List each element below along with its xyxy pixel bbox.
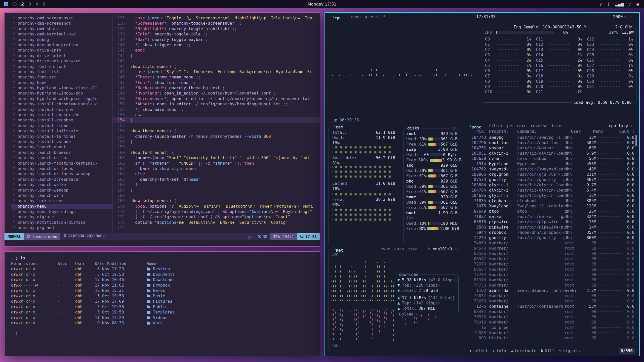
file-item[interactable]: *omarchy-lock-screen [11, 198, 112, 203]
proc-row[interactable]: 2944dropbox/home/dhh/.dropbox-distdhh357… [467, 230, 634, 235]
file-item[interactable]: *omarchy-cmd-screenshot [11, 21, 112, 26]
io-toggle[interactable]: io [450, 126, 458, 131]
file-item[interactable]: *omarchy-launch-editor [11, 155, 112, 160]
file-item[interactable]: *omarchy-drive-info [11, 48, 112, 53]
proc-row[interactable]: 12244ghostty/usr/bin/ghostty --gtk-dhh86… [467, 235, 634, 240]
proc-footer[interactable]: ↑select↓info↵terminatekKillssignals [468, 348, 581, 353]
file-item[interactable]: *omarchy-launch-browser [11, 150, 112, 155]
editor-window[interactable]: *omarchy-cmd-screensaver*omarchy-cmd-scr… [4, 12, 320, 247]
proc-row[interactable]: 1914HyprlandHyprlanddhh453M0.0 [467, 161, 634, 166]
file-item[interactable]: *omarchy-drive-select [11, 53, 112, 58]
proc-sort-mode[interactable]: ‹ cpu lazy › [602, 123, 634, 128]
proc-row[interactable]: 1162avahi-daavahi-daemon: running [avahi… [467, 288, 634, 293]
proc-row[interactable]: 2075XwaylandXwayland :1 -rootless -dhh11… [467, 203, 634, 209]
proc-row[interactable]: 94540kworker/root0B0.0 [467, 246, 634, 251]
scroll-up-icon[interactable]: ↑ [629, 129, 634, 134]
proc-row[interactable]: 16rcu_preeroot0B0.0 [467, 325, 634, 330]
proc-footer-select[interactable]: ↑select [469, 348, 488, 353]
file-item[interactable]: *omarchy-font-set [11, 74, 112, 80]
file-item[interactable]: *omarchy-hook [11, 80, 112, 85]
file-item[interactable]: *omarchy-launch-about [11, 144, 112, 150]
cpu-box-title[interactable]: 1cpu [331, 14, 343, 21]
file-item[interactable]: *omarchy-drive-set-password [11, 58, 112, 64]
file-item[interactable]: *omarchy-menu-keybindings [11, 209, 112, 214]
proc-row[interactable]: 87573ghostty/usr/bin/ghostty --gtk-dhh36… [467, 177, 634, 182]
proc-options[interactable]: filterper-corereversetree [487, 123, 563, 128]
file-item[interactable]: *omarchy-hyprland-window-pop [11, 90, 112, 96]
proc-box-title[interactable]: 4proc [468, 123, 483, 130]
file-item[interactable]: *omarchy-launch-or-focus-webapp [11, 171, 112, 176]
proc-row[interactable]: 104784glycin-i/usr/lib/glycin-loadersdhh… [467, 188, 634, 193]
mem-box-title[interactable]: 2mem [332, 123, 345, 130]
proc-row[interactable]: 1275containe/usr/bin/containerdroot53M0.… [467, 304, 634, 309]
file-item[interactable]: *omarchy-dev-add-migration [11, 42, 112, 48]
proc-row[interactable]: 803btrfs-trroot0B0.0 [467, 335, 634, 341]
file-item[interactable]: *omarchy-cmd-share [11, 26, 112, 31]
proc-row[interactable]: 104696glycin-i/usr/lib/glycin-loadersdhh… [467, 193, 634, 198]
proc-row[interactable]: 63816pipewire/usr/bin/pipewiredhh16M0.0 [467, 219, 634, 224]
proc-row[interactable]: 103684glycin-i/usr/lib/glycin-loadersdhh… [467, 182, 634, 188]
file-item[interactable]: *omarchy-install-vscode [11, 139, 112, 144]
file-item[interactable]: *omarchy-install-dev-env [11, 107, 112, 112]
proc-row[interactable]: 102866org.gnom/usr/bin/gjs /usr/lib/odhh… [467, 172, 634, 177]
file-item[interactable]: *omarchy-hyprland-window-close-all [11, 85, 112, 90]
file-item[interactable]: *omarchy-hyprland-workspace-toggle [11, 96, 112, 101]
file-item[interactable]: *omarchy-font-list [11, 69, 112, 74]
file-item[interactable]: *omarchy-install-terminal [11, 134, 112, 139]
proc-row[interactable]: 68586kworker/root0B0.0 [467, 251, 634, 256]
proc-row[interactable]: 102638nvimnvim --embed .dhh56M0.0 [467, 156, 634, 161]
file-item[interactable]: *omarchy-menu [11, 204, 112, 209]
btop-window[interactable]: 1cpu menupreset* 17:31:33 - 2000ms + Eng… [325, 12, 640, 356]
proc-scrollbar[interactable] [635, 135, 637, 146]
proc-row[interactable]: 2586pipewire/usr/bin/pipewire-pulsedhh14… [467, 224, 634, 230]
proc-footer-terminate[interactable]: ↵terminate [511, 348, 536, 353]
proc-row[interactable]: 104762swayosd-/usr/bin/swayosd-serverdhh… [467, 166, 634, 172]
file-item[interactable]: *omarchy-launch-or-focus [11, 166, 112, 171]
proc-row[interactable]: 73703kworker/root0B0.0 [467, 272, 634, 277]
file-item[interactable]: *omarchy-notification-dismiss [11, 220, 112, 225]
proc-row[interactable]: 68587kworker/root0B0.0 [467, 256, 634, 261]
proc-footer-Kill[interactable]: kKill [541, 348, 554, 353]
proc-row[interactable]: 71837walker/usr/bin/walker --gappldhh324… [467, 214, 634, 219]
files-terminal-window[interactable]: ~❯ls Permissions Size User Date Modified… [4, 251, 320, 356]
file-item[interactable]: *omarchy-launch-wifi [11, 193, 112, 198]
proc-row[interactable]: 81310kworker/root0B0.0 [467, 277, 634, 283]
prompt-line-2[interactable]: ~❯ [11, 331, 320, 337]
file-item[interactable]: *omarchy-cmd-terminal-cwd [11, 31, 112, 37]
file-item[interactable]: *omarchy-migrate [11, 214, 112, 219]
file-item[interactable]: *omarchy-launch-screensaver [11, 177, 112, 182]
proc-row[interactable]: 68402kworker/root0B0.0 [467, 309, 634, 314]
file-item[interactable]: *omarchy-debug [11, 37, 112, 42]
proc-row[interactable]: 74733kworker/root0B0.0 [467, 283, 634, 288]
file-item[interactable]: *omarchy-pkg-add [11, 225, 112, 230]
file-item[interactable]: *omarchy-install-tailscale [11, 128, 112, 133]
proc-row[interactable]: 87649btopbtopdhh26M0.0 [467, 209, 634, 214]
update-interval[interactable]: - 2000ms + [607, 14, 634, 19]
file-item[interactable]: *omarchy-launch-walker [11, 182, 112, 187]
proc-row[interactable]: 71835elephantelephantdhh385M0.0 [467, 198, 634, 203]
proc-row[interactable]: 104752waybar/usr/bin/waybardhh69M0.0 [467, 145, 634, 151]
proc-row[interactable]: 102796nautilus/usr/bin/nautilus --newdhh… [467, 140, 634, 145]
proc-footer-info[interactable]: ↓info [492, 348, 506, 353]
proc-row[interactable]: 74869kworker/root0B0.0 [467, 240, 634, 246]
file-item[interactable]: *omarchy-install-docker-dbs [11, 112, 112, 117]
file-item[interactable]: *omarchy-font-current [11, 64, 112, 69]
proc-footer-signals[interactable]: ssignals [559, 348, 580, 353]
file-item[interactable]: *omarchy-cmd-screensaver [11, 15, 112, 21]
proc-row[interactable]: 76575kworker/root0B0.0 [467, 314, 634, 320]
file-item[interactable]: *omarchy-install-steam [11, 123, 112, 128]
proc-row[interactable]: 76313kworker/root0B0.0 [467, 320, 634, 325]
file-item[interactable]: *omarchy-launch-webapp [11, 188, 112, 193]
file-item[interactable]: *omarchy-install-dropbox [11, 117, 112, 123]
cpu-box-options[interactable]: menupreset* [349, 14, 387, 19]
proc-row[interactable]: 105031glycin-i/usr/lib/glycin-loadersdhh… [467, 151, 634, 156]
proc-row[interactable]: 68584kworker/root0B0.0 [467, 267, 634, 272]
proc-row[interactable]: 79032kworker/root0B0.0 [467, 293, 634, 298]
file-item[interactable]: *omarchy-launch-floating-terminal- [11, 161, 112, 166]
net-options[interactable]: syncautozero [379, 247, 419, 252]
proc-row[interactable]: 73656kworker/root0B0.0 [467, 298, 634, 304]
proc-row[interactable]: 104743swaybg/usr/bin/swaybg -i /homdhh13… [467, 135, 634, 140]
net-interface[interactable]: b enp191s0 n [426, 247, 458, 252]
proc-row[interactable]: 72088kworker/root0B0.0 [467, 330, 634, 335]
proc-row[interactable]: 72073kworker/root0B0.0 [467, 261, 634, 267]
